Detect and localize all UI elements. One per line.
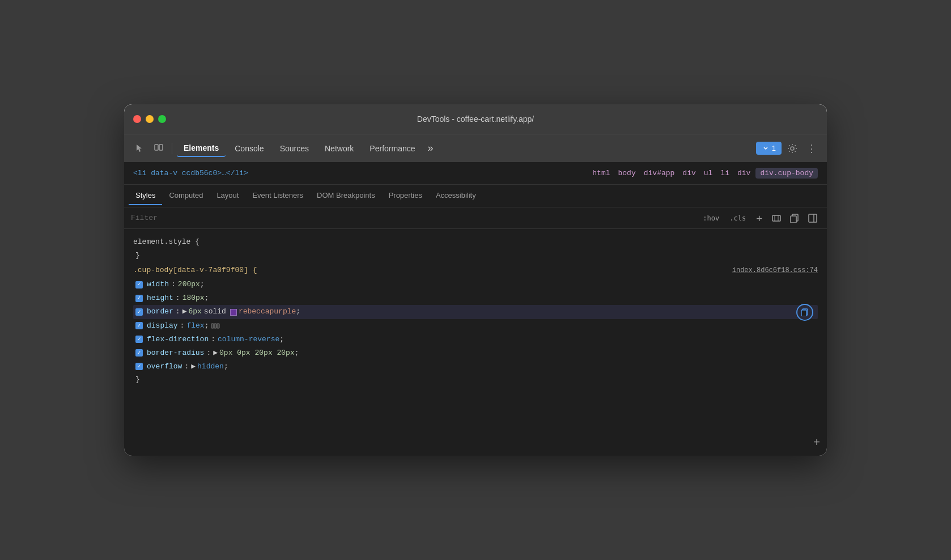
- svg-rect-4: [772, 215, 780, 221]
- cursor-icon[interactable]: [131, 140, 148, 157]
- maximize-button[interactable]: [158, 115, 166, 123]
- border-arrow[interactable]: ▶: [182, 306, 187, 318]
- tab-network[interactable]: Network: [318, 141, 360, 156]
- svg-rect-12: [217, 324, 219, 328]
- filter-actions: :hov .cls +: [699, 210, 820, 226]
- more-tabs-button[interactable]: »: [424, 140, 437, 156]
- filter-bar: :hov .cls +: [124, 207, 827, 229]
- toolbar-separator-1: [172, 143, 172, 154]
- color-swatch-rebeccapurple[interactable]: [230, 309, 237, 316]
- breadcrumb-bar: <li data-v ccdb56c0>…</li> html body div…: [124, 162, 827, 185]
- subtab-properties[interactable]: Properties: [382, 186, 429, 205]
- svg-point-3: [791, 147, 794, 150]
- property-overflow: overflow : ▶ hidden ;: [133, 360, 818, 374]
- source-link[interactable]: index.8d6c6f18.css:74: [732, 265, 818, 276]
- breadcrumb-divcupbody[interactable]: div.cup-body: [755, 168, 818, 179]
- property-height: height : 180px ;: [133, 291, 818, 305]
- property-border-radius: border-radius : ▶ 0px 0px 20px 20px ;: [133, 346, 818, 360]
- svg-rect-0: [155, 145, 158, 150]
- subtab-layout[interactable]: Layout: [210, 186, 245, 205]
- window-title: DevTools - coffee-cart.netlify.app/: [417, 114, 534, 124]
- svg-rect-11: [214, 324, 216, 328]
- copy-border-button[interactable]: [796, 304, 813, 321]
- svg-rect-1: [159, 145, 163, 150]
- titlebar: DevTools - coffee-cart.netlify.app/: [124, 104, 827, 134]
- tab-sources[interactable]: Sources: [273, 141, 316, 156]
- overflow-arrow[interactable]: ▶: [191, 360, 196, 373]
- element-style-close: }: [133, 249, 818, 262]
- property-flex-direction: flex-direction : column-reverse ;: [133, 333, 818, 346]
- subtab-accessibility[interactable]: Accessibility: [429, 186, 483, 205]
- checkbox-border-radius[interactable]: [135, 349, 143, 357]
- cup-body-selector[interactable]: .cup-body[data-v-7a0f9f00] {: [133, 264, 257, 277]
- tab-console[interactable]: Console: [228, 141, 270, 156]
- settings-icon[interactable]: [784, 140, 801, 157]
- breadcrumb-divapp[interactable]: div#app: [641, 168, 678, 179]
- cup-body-rule: .cup-body[data-v-7a0f9f00] { index.8d6c6…: [133, 264, 818, 386]
- subtabs-bar: Styles Computed Layout Event Listeners D…: [124, 185, 827, 207]
- layers-icon[interactable]: [150, 140, 167, 157]
- selected-element-text: <li data-v ccdb56c0>…</li>: [133, 169, 248, 177]
- issues-badge[interactable]: 1: [756, 142, 782, 155]
- window-controls: [133, 115, 166, 123]
- cup-body-rule-close: }: [133, 374, 818, 386]
- property-display: display : flex ;: [133, 319, 818, 333]
- subtab-dom-breakpoints[interactable]: DOM Breakpoints: [310, 186, 382, 205]
- issues-count: 1: [772, 144, 776, 152]
- minimize-button[interactable]: [146, 115, 154, 123]
- hov-button[interactable]: :hov: [699, 213, 723, 224]
- breadcrumb-div-cup[interactable]: div: [735, 168, 753, 179]
- cls-button[interactable]: .cls: [726, 213, 749, 224]
- checkbox-overflow[interactable]: [135, 363, 143, 370]
- svg-rect-9: [801, 310, 806, 316]
- css-panel: element.style { } .cup-body[data-v-7a0f9…: [124, 229, 827, 456]
- filter-input[interactable]: [131, 214, 699, 222]
- checkbox-width[interactable]: [135, 281, 143, 289]
- breadcrumb-html[interactable]: html: [589, 168, 613, 179]
- property-border: border : ▶ 6px solid rebeccapurple ;: [133, 305, 818, 319]
- checkbox-border[interactable]: [135, 308, 143, 316]
- breadcrumb-body[interactable]: body: [615, 168, 639, 179]
- tab-elements[interactable]: Elements: [177, 140, 226, 157]
- element-style-rule: element.style { }: [133, 236, 818, 262]
- breadcrumb-li[interactable]: li: [718, 168, 732, 179]
- checkbox-display[interactable]: [135, 322, 143, 329]
- add-rule-button[interactable]: +: [813, 436, 820, 449]
- checkbox-flex-direction[interactable]: [135, 336, 143, 343]
- copy-styles-icon[interactable]: [787, 212, 802, 224]
- border-radius-arrow[interactable]: ▶: [213, 347, 218, 359]
- svg-rect-10: [211, 324, 214, 328]
- close-button[interactable]: [133, 115, 141, 123]
- main-toolbar: Elements Console Sources Network Perform…: [124, 134, 827, 162]
- element-state-icon[interactable]: [769, 212, 784, 224]
- breadcrumb-div[interactable]: div: [680, 168, 698, 179]
- add-style-button[interactable]: +: [753, 210, 766, 226]
- layout-icon[interactable]: [805, 212, 820, 224]
- subtab-computed[interactable]: Computed: [162, 186, 210, 205]
- svg-rect-7: [809, 214, 817, 222]
- subtab-event-listeners[interactable]: Event Listeners: [245, 186, 310, 205]
- subtab-styles[interactable]: Styles: [129, 186, 162, 205]
- devtools-window: DevTools - coffee-cart.netlify.app/ Elem…: [124, 104, 827, 456]
- checkbox-height[interactable]: [135, 295, 143, 302]
- tab-performance[interactable]: Performance: [363, 141, 422, 156]
- breadcrumb-ul[interactable]: ul: [701, 168, 716, 179]
- more-options-icon[interactable]: ⋮: [803, 140, 820, 157]
- element-style-selector: element.style {: [133, 236, 818, 248]
- svg-rect-6: [791, 216, 796, 223]
- property-width: width : 200px ;: [133, 278, 818, 291]
- flex-layout-icon[interactable]: [211, 321, 220, 330]
